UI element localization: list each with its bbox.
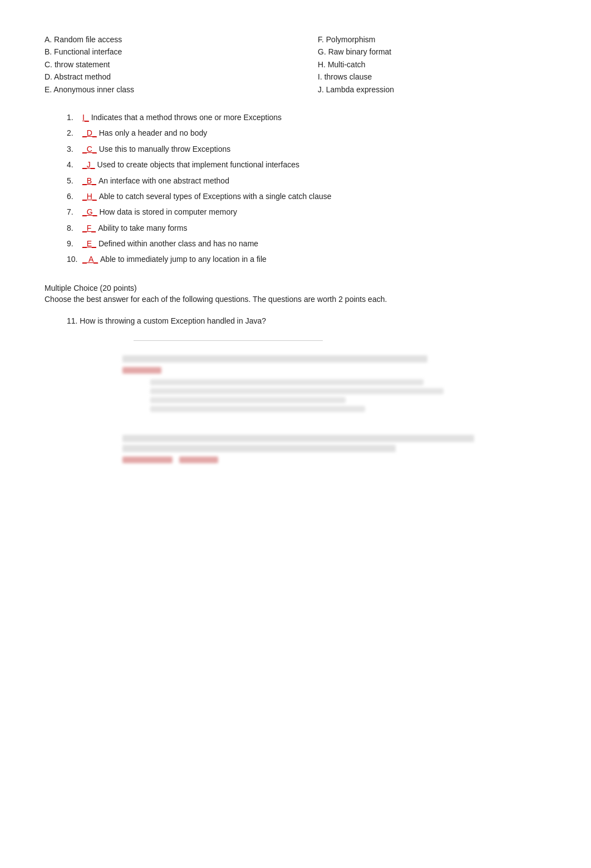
item-number-8: 8. (67, 222, 82, 234)
item-number-3: 3. (67, 143, 82, 155)
blurred-question-block-2 (89, 429, 546, 469)
word-bank-item-a: A. Random file access (45, 33, 273, 46)
mc-section-header: Multiple Choice (20 points) (45, 284, 546, 292)
matching-item-3: 3. _C_ Use this to manually throw Except… (45, 143, 546, 155)
item-text-7: How data is stored in computer memory (99, 206, 237, 218)
item-number-10: 10. (67, 253, 82, 265)
item-text-6: Able to catch several types of Exception… (99, 190, 332, 202)
item-text-8: Ability to take many forms (98, 222, 187, 234)
answer-1: I_ (82, 111, 89, 123)
item-number-7: 7. (67, 206, 82, 218)
answer-10: _ A_ (82, 253, 98, 265)
word-bank-item-c: C. throw statement (45, 58, 273, 71)
item-number-5: 5. (67, 175, 82, 187)
item-number-2: 2. (67, 127, 82, 139)
word-bank-left: A. Random file access B. Functional inte… (45, 33, 273, 96)
matching-item-6: 6. _H_ Able to catch several types of Ex… (45, 190, 546, 202)
answer-7: _G_ (82, 206, 97, 218)
answer-6: _H_ (82, 190, 97, 202)
mc-question-11-number: 11. (67, 316, 77, 325)
answer-4: _J_ (82, 158, 95, 171)
item-text-5: An interface with one abstract method (98, 175, 229, 187)
word-bank-item-h: H. Multi-catch (318, 58, 546, 71)
word-bank-item-d: D. Abstract method (45, 71, 273, 83)
matching-item-8: 8. _F_ Ability to take many forms (45, 222, 546, 234)
item-text-9: Defined within another class and has no … (98, 237, 258, 250)
mc-section: Multiple Choice (20 points) Choose the b… (45, 284, 546, 327)
word-bank-item-g: G. Raw binary format (318, 46, 546, 58)
word-bank: A. Random file access B. Functional inte… (45, 33, 546, 96)
answer-8: _F_ (82, 222, 96, 234)
word-bank-item-b: B. Functional interface (45, 46, 273, 58)
item-text-2: Has only a header and no body (99, 127, 208, 139)
word-bank-right: F. Polymorphism G. Raw binary format H. … (318, 33, 546, 96)
answer-9: _E_ (82, 237, 96, 250)
item-text-3: Use this to manually throw Exceptions (99, 143, 231, 155)
word-bank-item-i: I. throws clause (318, 71, 546, 83)
matching-item-5: 5. _B_ An interface with one abstract me… (45, 175, 546, 187)
word-bank-item-f: F. Polymorphism (318, 33, 546, 46)
matching-item-7: 7. _G_ How data is stored in computer me… (45, 206, 546, 218)
item-text-10: Able to immediately jump to any location… (100, 253, 267, 265)
blurred-question-block-1 (89, 350, 546, 420)
word-bank-item-j: J. Lambda expression (318, 83, 546, 96)
answer-3: _C_ (82, 143, 97, 155)
matching-item-4: 4. _J_ Used to create objects that imple… (45, 158, 546, 171)
matching-section: 1. I_ Indicates that a method throws one… (45, 111, 546, 266)
matching-item-1: 1. I_ Indicates that a method throws one… (45, 111, 546, 123)
item-text-4: Used to create objects that implement fu… (97, 158, 299, 171)
blurred-content-area (45, 340, 546, 469)
item-number-4: 4. (67, 158, 82, 171)
mc-question-11: 11. How is throwing a custom Exception h… (45, 315, 546, 327)
item-text-1: Indicates that a method throws one or mo… (91, 111, 282, 123)
item-number-6: 6. (67, 190, 82, 202)
answer-2: _D_ (82, 127, 97, 139)
answer-5: _B_ (82, 175, 96, 187)
mc-question-11-text: How is throwing a custom Exception handl… (80, 316, 266, 325)
separator (134, 340, 323, 341)
mc-section-instruction: Choose the best answer for each of the f… (45, 295, 546, 304)
matching-item-10: 10. _ A_ Able to immediately jump to any… (45, 253, 546, 265)
matching-item-2: 2. _D_ Has only a header and no body (45, 127, 546, 139)
word-bank-item-e: E. Anonymous inner class (45, 83, 273, 96)
item-number-9: 9. (67, 237, 82, 250)
item-number-1: 1. (67, 111, 82, 123)
matching-item-9: 9. _E_ Defined within another class and … (45, 237, 546, 250)
